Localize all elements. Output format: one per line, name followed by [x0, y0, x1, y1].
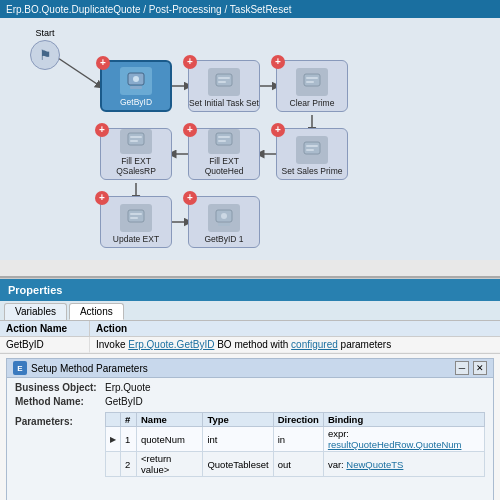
svg-rect-18 — [130, 136, 142, 138]
setup-dialog-header: E Setup Method Parameters ─ ✕ — [7, 359, 493, 378]
row2-binding: var: NewQuoteTS — [323, 452, 484, 477]
col-direction: Direction — [273, 413, 323, 427]
tab-variables[interactable]: Variables — [4, 303, 67, 320]
dialog-title-left: E Setup Method Parameters — [13, 361, 148, 375]
node-getbyid[interactable]: + GetByID — [100, 60, 172, 112]
binding-link-1[interactable]: resultQuoteHedRow.QuoteNum — [328, 439, 462, 450]
row1-num: 1 — [121, 427, 137, 452]
plus-badge-getbyid1: + — [183, 191, 197, 205]
start-label: Start — [35, 28, 54, 38]
row1-type: int — [203, 427, 273, 452]
plus-badge-setinit: + — [183, 55, 197, 69]
start-circle: ⚑ — [30, 40, 60, 70]
node-label-getbyid: GetByID — [120, 97, 152, 107]
col-type: Type — [203, 413, 273, 427]
svg-rect-24 — [306, 145, 318, 147]
svg-rect-14 — [304, 74, 320, 86]
minimize-icon: ─ — [459, 363, 465, 373]
action-link[interactable]: Erp.Quote.GetByID — [128, 339, 214, 350]
method-name-value: GetByID — [105, 396, 143, 407]
action-value-cell: Invoke Erp.Quote.GetByID BO method with … — [90, 337, 500, 353]
row2-num: 2 — [121, 452, 137, 477]
parameters-label: Parameters: — [15, 416, 105, 427]
plus-badge-clearprime: + — [271, 55, 285, 69]
col-num: # — [121, 413, 137, 427]
node-icon-getbyid — [120, 67, 152, 95]
configured-link[interactable]: configured — [291, 339, 338, 350]
parameters-row: Parameters: # Name Type Direction Bindin… — [15, 410, 485, 477]
tab-actions[interactable]: Actions — [69, 303, 124, 320]
svg-point-9 — [133, 76, 139, 82]
col-header-action: Action — [90, 321, 500, 337]
plus-badge-getbyid: + — [96, 56, 110, 70]
props-table: Action Name Action GetByID Invoke Erp.Qu… — [0, 321, 500, 354]
node-update-ext[interactable]: + Update EXT — [100, 196, 172, 248]
action-name-cell: GetByID — [0, 337, 90, 353]
row1-arrow: ▶ — [106, 427, 121, 452]
col-header-action-name: Action Name — [0, 321, 90, 337]
business-object-label: Business Object: — [15, 382, 105, 393]
row2-direction: out — [273, 452, 323, 477]
svg-rect-13 — [218, 81, 226, 83]
setup-dialog: E Setup Method Parameters ─ ✕ Business O… — [6, 358, 494, 500]
plus-badge-updateext: + — [95, 191, 109, 205]
setup-dialog-title: Setup Method Parameters — [31, 363, 148, 374]
plus-badge-setsalesprime: + — [271, 123, 285, 137]
node-icon-fillqhed — [208, 129, 240, 154]
svg-rect-22 — [218, 140, 226, 142]
svg-rect-11 — [216, 74, 232, 86]
business-object-value: Erp.Quote — [105, 382, 151, 393]
node-label-getbyid1: GetByID 1 — [204, 234, 243, 244]
node-set-sales-prime[interactable]: + Set Sales Prime — [276, 128, 348, 180]
dialog-icon: E — [13, 361, 27, 375]
close-button[interactable]: ✕ — [473, 361, 487, 375]
svg-point-30 — [221, 213, 227, 219]
row1-binding: expr: resultQuoteHedRow.QuoteNum — [323, 427, 484, 452]
node-clear-prime[interactable]: + Clear Prime — [276, 60, 348, 112]
breadcrumb-text: Erp.BO.Quote.DuplicateQuote / Post-Proce… — [6, 4, 292, 15]
node-icon-setsalesprime — [296, 136, 328, 164]
node-label-setinit: Set Initial Task Set — [189, 98, 259, 108]
plus-badge-fillqhed: + — [183, 123, 197, 137]
tabs-row: Variables Actions — [0, 301, 500, 321]
node-fill-ext-qsalesrp[interactable]: + Fill EXT QSalesRP — [100, 128, 172, 180]
param-row-2: 2 <return value> QuoteTableset out var: … — [106, 452, 485, 477]
node-icon-getbyid1 — [208, 204, 240, 232]
node-fill-ext-quotehead[interactable]: + Fill EXT QuoteHed — [188, 128, 260, 180]
minimize-button[interactable]: ─ — [455, 361, 469, 375]
node-icon-updateext — [120, 204, 152, 232]
properties-header: Properties — [0, 279, 500, 301]
svg-rect-20 — [216, 133, 232, 145]
svg-rect-23 — [304, 142, 320, 154]
properties-title: Properties — [8, 284, 62, 296]
node-label-fillqhed: Fill EXT QuoteHed — [189, 156, 259, 176]
row2-name: <return value> — [137, 452, 203, 477]
row2-arrow — [106, 452, 121, 477]
binding-link-2[interactable]: NewQuoteTS — [346, 459, 403, 470]
node-label-updateext: Update EXT — [113, 234, 159, 244]
node-label-clearprime: Clear Prime — [290, 98, 335, 108]
node-set-initial-task-set[interactable]: + Set Initial Task Set — [188, 60, 260, 112]
svg-rect-19 — [130, 140, 138, 142]
breadcrumb: Erp.BO.Quote.DuplicateQuote / Post-Proce… — [0, 0, 500, 18]
node-icon-setinit — [208, 68, 240, 96]
row1-direction: in — [273, 427, 323, 452]
svg-line-0 — [55, 56, 100, 86]
method-name-label: Method Name: — [15, 396, 105, 407]
svg-rect-16 — [306, 81, 314, 83]
col-binding: Binding — [323, 413, 484, 427]
node-label-setsalesprime: Set Sales Prime — [282, 166, 343, 176]
svg-rect-15 — [306, 77, 318, 79]
node-getbyid-1[interactable]: + GetByID 1 — [188, 196, 260, 248]
method-name-row: Method Name: GetByID — [15, 396, 485, 407]
svg-rect-26 — [128, 210, 144, 222]
svg-rect-28 — [130, 217, 138, 219]
params-table: # Name Type Direction Binding ▶ 1 quoteN… — [105, 412, 485, 477]
close-icon: ✕ — [476, 363, 484, 373]
flag-icon: ⚑ — [39, 47, 52, 63]
dialog-controls: ─ ✕ — [455, 361, 487, 375]
setup-content: Business Object: Erp.Quote Method Name: … — [7, 378, 493, 500]
svg-rect-12 — [218, 77, 230, 79]
svg-rect-25 — [306, 149, 314, 151]
svg-rect-21 — [218, 136, 230, 138]
